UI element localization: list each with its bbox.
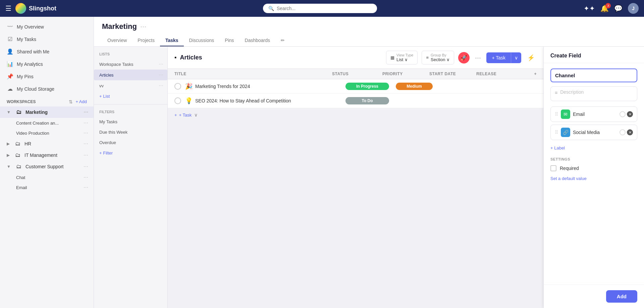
option-email[interactable]: ⠿ ✉ Email ✕ — [550, 106, 637, 122]
workspace-tasks-more-icon[interactable]: ⋯ — [159, 61, 163, 67]
sidebar-item-my-tasks[interactable]: ☑ My Tasks — [0, 33, 94, 45]
tab-projects[interactable]: Projects — [132, 35, 160, 46]
workspace-item-customer-support[interactable]: ▼ 🗂 Customer Support ⋯ — [0, 161, 94, 172]
field-description-area[interactable]: ≡ Description — [550, 86, 637, 101]
social-option-actions: ✕ — [620, 129, 633, 135]
task-row-2-title-cell: 💡 SEO 2024: How to Stay Ahead of Competi… — [174, 97, 345, 104]
task-table: Title Status Priority Start Date Release… — [168, 69, 543, 308]
add-task-dropdown-btn[interactable]: ∨ — [511, 52, 521, 63]
task-emoji-2: 💡 — [185, 97, 193, 104]
email-ws-more-icon[interactable]: ⋯ — [84, 185, 88, 190]
chat-icon: 💬 — [614, 5, 623, 12]
sub-item-content-creation[interactable]: Content Creation an... ⋯ — [0, 118, 94, 128]
sort-icon[interactable]: ⇅ — [69, 99, 73, 104]
sidebar-item-my-analytics[interactable]: 📊 My Analytics — [0, 58, 94, 70]
page-title-more-icon[interactable]: ⋯ — [140, 23, 146, 30]
content-more-icon[interactable]: ⋯ — [84, 120, 88, 126]
sub-label-video: Video Production — [16, 131, 80, 136]
field-options: ⠿ ✉ Email ✕ ⠿ 🔗 Social Media — [550, 106, 637, 140]
social-option-remove[interactable]: ✕ — [627, 129, 633, 135]
field-name-input[interactable] — [550, 69, 637, 82]
it-more-icon[interactable]: ⋯ — [84, 152, 88, 158]
sub-item-email-ws[interactable]: Email ⋯ — [0, 182, 94, 192]
sidebar-item-shared-with-me[interactable]: 👤 Shared with Me — [0, 45, 94, 58]
filter-due-this-week[interactable]: Due this Week — [94, 127, 167, 137]
add-task-row[interactable]: + + Task ∨ — [168, 108, 543, 122]
search-bar[interactable]: 🔍 — [263, 4, 377, 13]
tab-overview[interactable]: Overview — [102, 35, 132, 46]
workspace-item-hr[interactable]: ▶ 🗂 HR ⋯ — [0, 138, 94, 149]
toolbar-more-btn[interactable]: ⋯ — [474, 53, 482, 63]
view-type-button[interactable]: ▦ View Type List ∨ — [386, 51, 418, 64]
view-type-label: View Type — [396, 53, 413, 57]
workspace-item-it-management[interactable]: ▶ 🗂 IT Management ⋯ — [0, 149, 94, 161]
sidebar-item-my-overview[interactable]: 〰 My Overview — [0, 21, 94, 33]
view-type-text: View Type List ∨ — [396, 53, 413, 62]
tab-edit-btn[interactable]: ✏ — [275, 35, 290, 46]
drag-handle-social[interactable]: ⠿ — [555, 130, 558, 135]
add-field-button[interactable]: Add — [606, 290, 637, 303]
list-item-articles[interactable]: Articles ⋯ — [94, 70, 167, 80]
tab-pins[interactable]: Pins — [219, 35, 239, 46]
add-filter-button[interactable]: + Filter — [94, 148, 167, 158]
workspaces-label: Workspaces — [7, 99, 36, 104]
add-task-button[interactable]: + Task — [486, 52, 511, 63]
marketing-more-icon[interactable]: ⋯ — [84, 109, 88, 115]
panel-body: ≡ Description ⠿ ✉ Email ✕ — [544, 63, 644, 284]
search-input[interactable] — [277, 6, 372, 11]
page-title-row: Marketing ⋯ — [102, 22, 636, 31]
tab-tasks[interactable]: Tasks — [160, 35, 184, 46]
description-placeholder: Description — [560, 89, 584, 95]
filter-overdue[interactable]: Overdue — [94, 137, 167, 148]
drag-handle-email[interactable]: ⠿ — [555, 112, 558, 117]
social-option-circle[interactable] — [620, 129, 626, 135]
sub-item-chat[interactable]: Chat ⋯ — [0, 172, 94, 182]
default-value-link[interactable]: Set a default value — [550, 176, 587, 181]
list-item-vv[interactable]: vv ⋯ — [94, 80, 167, 91]
group-by-button[interactable]: ≡ Group By Section ∨ — [422, 51, 454, 64]
add-list-button[interactable]: + List — [94, 91, 167, 101]
tab-dashboards[interactable]: Dashboards — [239, 35, 276, 46]
hr-more-icon[interactable]: ⋯ — [84, 141, 88, 146]
workspace-item-marketing[interactable]: ▼ 🗂 Marketing ⋯ — [0, 106, 94, 118]
task-checkbox-1[interactable] — [174, 83, 181, 90]
table-row[interactable]: 💡 SEO 2024: How to Stay Ahead of Competi… — [168, 94, 543, 108]
description-icon: ≡ — [555, 90, 557, 95]
analytics-icon: 📊 — [7, 61, 13, 67]
chat-more-icon[interactable]: ⋯ — [84, 175, 88, 180]
avatar[interactable]: J — [628, 3, 639, 14]
sidebar-item-my-pins[interactable]: 📌 My Pins — [0, 70, 94, 83]
notification-btn[interactable]: 🔔 3 — [600, 4, 609, 12]
list-item-workspace-tasks[interactable]: Workspace Tasks ⋯ — [94, 59, 167, 70]
sidebar-item-my-cloud-storage[interactable]: ☁ My Cloud Storage — [0, 83, 94, 95]
email-option-icon: ✉ — [561, 109, 570, 119]
vv-more-icon[interactable]: ⋯ — [159, 83, 163, 88]
cs-more-icon[interactable]: ⋯ — [84, 164, 88, 169]
required-checkbox[interactable] — [550, 165, 556, 171]
task-checkbox-2[interactable] — [174, 97, 181, 104]
sidebar-label-cloud: My Cloud Storage — [17, 86, 87, 92]
option-social-media[interactable]: ⠿ 🔗 Social Media ✕ — [550, 125, 637, 140]
video-more-icon[interactable]: ⋯ — [84, 130, 88, 136]
expand-icon[interactable]: ∨ — [194, 112, 198, 118]
articles-more-icon[interactable]: ⋯ — [159, 72, 163, 78]
task-status-2[interactable]: To Do — [345, 97, 396, 104]
table-row[interactable]: 🎉 Marketing Trends for 2024 In Progress … — [168, 79, 543, 94]
add-workspace-btn[interactable]: + Add — [75, 99, 87, 104]
task-status-1[interactable]: In Progress — [345, 83, 396, 90]
sub-item-video-production[interactable]: Video Production ⋯ — [0, 128, 94, 138]
col-header-add[interactable]: + — [523, 72, 537, 76]
tab-discussions[interactable]: Discussions — [184, 35, 220, 46]
sparkle-btn[interactable]: ✦✦ — [584, 4, 595, 12]
filter-button[interactable]: ⚡ — [525, 52, 537, 63]
rocket-button[interactable]: 🚀 — [458, 52, 470, 63]
email-option-remove[interactable]: ✕ — [627, 111, 633, 117]
hamburger-icon[interactable]: ☰ — [5, 4, 11, 12]
filter-my-tasks[interactable]: My Tasks — [94, 117, 167, 127]
rocket-icon: 🚀 — [461, 54, 467, 61]
chat-btn[interactable]: 💬 — [614, 4, 623, 12]
sub-label-email-ws: Email — [16, 185, 80, 190]
email-option-circle[interactable] — [620, 111, 626, 117]
task-priority-1[interactable]: Medium — [396, 83, 443, 90]
add-label-button[interactable]: + Label — [550, 144, 637, 152]
